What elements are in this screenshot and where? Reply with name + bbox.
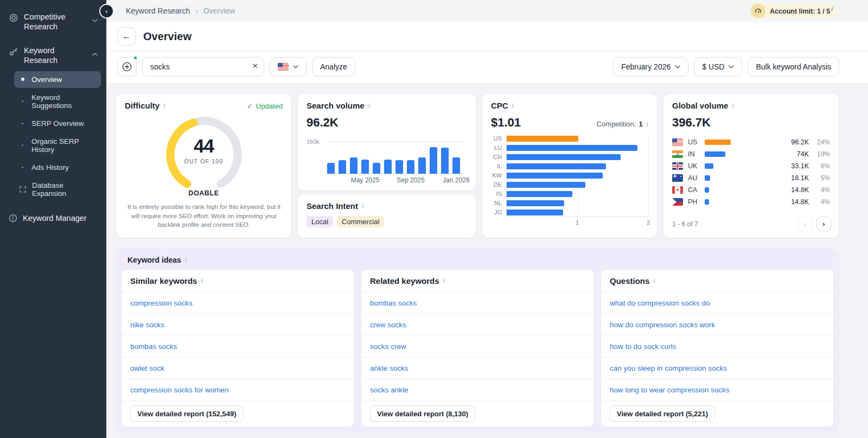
pagination-count: 1 - 6 of 7 bbox=[672, 220, 698, 228]
bullet-icon bbox=[22, 100, 23, 102]
keyword-link[interactable]: what do compression socks do bbox=[610, 299, 710, 307]
sidebar-item-ads-history[interactable]: Ads History bbox=[14, 159, 101, 176]
keyword-link[interactable]: can you sleep in compression socks bbox=[610, 364, 727, 372]
keyword-link[interactable]: socks crew bbox=[370, 342, 406, 351]
keyword-row: how to do sock curls bbox=[601, 336, 833, 358]
keyword-link[interactable]: how do compression socks work bbox=[610, 321, 715, 329]
keyword-link[interactable]: bombas socks bbox=[370, 299, 417, 307]
view-report-button[interactable]: View detailed report (5,221) bbox=[610, 405, 715, 422]
account-limit-text: Account limit: 1 / 5i bbox=[765, 6, 838, 15]
sidebar-item-overview[interactable]: Overview bbox=[14, 71, 101, 88]
cpc-title: CPCi bbox=[491, 101, 648, 110]
analyze-button[interactable]: Analyze bbox=[312, 57, 355, 77]
keyword-link[interactable]: compression socks bbox=[130, 299, 193, 307]
info-icon[interactable]: i bbox=[201, 277, 202, 285]
cpc-value: $1.01 bbox=[491, 116, 521, 130]
keyword-link[interactable]: how to do sock curls bbox=[610, 342, 676, 351]
volume-bar bbox=[384, 160, 392, 174]
keyword-row: what do compression socks do bbox=[601, 293, 833, 314]
country-label: KW bbox=[491, 171, 502, 180]
bulk-analysis-button[interactable]: Bulk keyword Analysis bbox=[748, 57, 839, 77]
view-report-button[interactable]: View detailed report (152,549) bbox=[130, 405, 244, 422]
country-select[interactable] bbox=[270, 57, 307, 77]
chevron-down-icon bbox=[729, 65, 734, 68]
volume-bar bbox=[418, 157, 426, 174]
country-code: PH bbox=[688, 198, 700, 206]
view-report-button[interactable]: View detailed report (8,130) bbox=[370, 405, 475, 422]
x-axis-tick: 1 bbox=[576, 219, 579, 226]
page-title: Overview bbox=[143, 30, 192, 43]
keyword-input[interactable] bbox=[142, 57, 264, 77]
country-percent: 24% bbox=[814, 138, 830, 146]
x-axis-label: Jan 2026 bbox=[443, 176, 469, 184]
info-icon[interactable]: i bbox=[185, 256, 187, 264]
sidebar-item-competitive-research[interactable]: Competitive Research bbox=[5, 8, 101, 36]
au-flag-icon bbox=[672, 174, 683, 182]
check-icon: ✓ bbox=[247, 102, 253, 110]
info-icon[interactable]: i bbox=[368, 101, 370, 110]
keyword-row: crew socks bbox=[361, 314, 593, 336]
info-icon[interactable]: i bbox=[653, 277, 655, 285]
breadcrumb: Keyword Research › Overview bbox=[126, 7, 235, 15]
pagination-next-button[interactable]: › bbox=[816, 217, 831, 231]
breadcrumb-parent[interactable]: Keyword Research bbox=[126, 7, 190, 15]
bullet-icon bbox=[22, 144, 23, 146]
sidebar-item-database-expansion[interactable]: Database Expansion bbox=[14, 177, 101, 202]
country-percent: 8% bbox=[814, 162, 830, 170]
account-limit-badge[interactable]: Account limit: 1 / 5i bbox=[751, 4, 838, 18]
info-icon[interactable]: i bbox=[163, 101, 165, 110]
country-volume-row: UK33.1K8% bbox=[672, 160, 830, 172]
topbar: Keyword Research › Overview Account limi… bbox=[106, 0, 868, 22]
breadcrumb-separator-icon: › bbox=[195, 7, 198, 15]
info-icon[interactable]: i bbox=[732, 101, 733, 110]
keyword-ideas-section: Keyword ideasi Similar keywordsicompress… bbox=[116, 248, 839, 433]
sidebar-collapse-button[interactable]: ‹ bbox=[99, 4, 114, 18]
country-volume: 74K bbox=[785, 150, 809, 158]
back-button[interactable]: ← bbox=[117, 27, 136, 46]
country-percent: 19% bbox=[814, 150, 830, 158]
info-icon[interactable]: i bbox=[647, 120, 648, 129]
keyword-link[interactable]: compression socks for women bbox=[130, 386, 229, 394]
sidebar-item-keyword-research[interactable]: Keyword Research bbox=[5, 41, 101, 69]
keyword-link[interactable]: owlet sock bbox=[130, 364, 164, 372]
country-code: US bbox=[688, 138, 700, 146]
volume-bar bbox=[430, 147, 437, 174]
cpc-bar bbox=[507, 182, 585, 188]
volume-bar bbox=[350, 157, 358, 174]
search-volume-card: Search volumei 96.2K 160k May 2025Sep 20… bbox=[297, 93, 476, 191]
info-icon[interactable]: i bbox=[362, 202, 363, 210]
sidebar-item-label: Keyword Manager bbox=[23, 214, 87, 223]
info-icon[interactable]: i bbox=[443, 277, 445, 285]
country-code: UK bbox=[688, 162, 700, 170]
country-volume-row: US96.2K24% bbox=[672, 136, 830, 148]
keyword-link[interactable]: how long to wear compression socks bbox=[610, 386, 730, 394]
sidebar-item-organic-serp-history[interactable]: Organic SERP History bbox=[14, 133, 101, 158]
keyword-link[interactable]: ankle socks bbox=[370, 364, 409, 372]
pagination-prev-button[interactable]: ‹ bbox=[798, 217, 813, 231]
chevron-down-icon bbox=[675, 65, 680, 68]
keyword-row: how do compression socks work bbox=[601, 314, 833, 336]
clear-input-icon[interactable]: ✕ bbox=[252, 62, 258, 69]
sidebar-item-serp-overview[interactable]: SERP Overview bbox=[14, 115, 101, 132]
toolbar: ✕ Analyze February 2026 $ USD bbox=[106, 52, 868, 83]
country-volume-row: PH14.8K4% bbox=[672, 196, 830, 208]
currency-select[interactable]: $ USD bbox=[694, 57, 742, 77]
keyword-link[interactable]: socks ankle bbox=[370, 386, 409, 394]
global-volume-title: Global volumei bbox=[672, 101, 830, 110]
ideas-column-title-text: Questions bbox=[610, 276, 649, 285]
sidebar-item-keyword-suggestions[interactable]: Keyword Suggestions bbox=[14, 89, 101, 114]
bullet-icon bbox=[22, 167, 23, 168]
keyword-link[interactable]: bombas socks bbox=[130, 342, 177, 351]
sidebar-item-keyword-manager[interactable]: Keyword Manager bbox=[5, 210, 101, 227]
add-keyword-button[interactable] bbox=[117, 57, 137, 77]
content-area: Difficultyi ✓Updated 44 OUT OF 100 DOABL… bbox=[106, 84, 868, 438]
keyword-link[interactable]: crew socks bbox=[370, 321, 406, 329]
keyword-link[interactable]: nike socks bbox=[130, 321, 164, 329]
period-select[interactable]: February 2026 bbox=[613, 57, 688, 77]
y-axis-tick: 160k bbox=[307, 138, 320, 145]
global-volume-value: 396.7K bbox=[672, 116, 830, 130]
uk-flag-icon bbox=[672, 162, 683, 170]
sidebar-item-label: Keyword Research bbox=[24, 46, 87, 65]
cpc-chart: USLUCHILKWDEISNLJO 12 bbox=[491, 134, 648, 229]
info-icon[interactable]: i bbox=[512, 101, 514, 110]
